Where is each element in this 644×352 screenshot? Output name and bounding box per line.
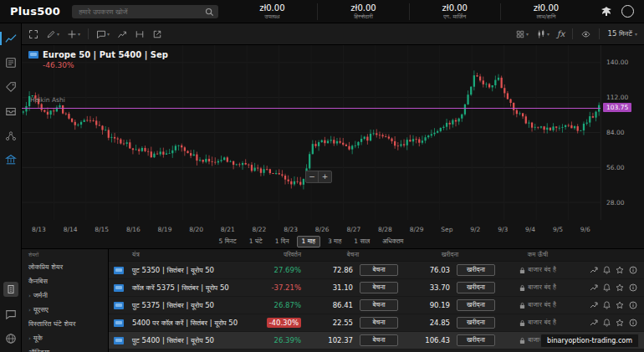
- category-item[interactable]: › जर्मनी: [22, 288, 108, 303]
- bank-icon[interactable]: [4, 153, 18, 166]
- range-button[interactable]: 1 साल: [349, 236, 375, 247]
- range-button[interactable]: 1 घंटे: [244, 236, 268, 247]
- trend-line-icon[interactable]: [117, 29, 127, 39]
- eye-icon[interactable]: [580, 29, 591, 39]
- change-value: 26.87%: [274, 301, 301, 309]
- category-item[interactable]: लोकप्रिय शेयर: [22, 260, 108, 274]
- measure-icon[interactable]: [135, 29, 145, 39]
- category-item[interactable]: ऑस्ट्रिया: [22, 345, 108, 352]
- info-icon[interactable]: [629, 266, 637, 274]
- building-icon[interactable]: [3, 282, 18, 297]
- market-status-label: बाजार बंद है: [528, 266, 556, 274]
- info-icon[interactable]: [629, 319, 637, 327]
- expand-icon[interactable]: [28, 29, 38, 39]
- fx-indicator-icon[interactable]: ƒx: [557, 29, 565, 38]
- info-icon[interactable]: [629, 283, 637, 292]
- star-icon[interactable]: [616, 266, 624, 274]
- sell-button[interactable]: बेचना: [360, 334, 398, 346]
- sell-price: 22.55: [304, 319, 356, 327]
- chart-type-icon[interactable]: ▾: [536, 29, 549, 39]
- time-axis[interactable]: 8/138/148/158/168/198/208/218/228/238/26…: [22, 224, 601, 235]
- table-row[interactable]: 5400 पर कॉल करें | सितंबर | यूरोप 50 -40…: [109, 314, 644, 332]
- account-avatar[interactable]: [621, 5, 634, 18]
- buy-button[interactable]: खरीदना: [457, 317, 495, 329]
- instrument-table: यंत्र परिवर्तन बेचना खरीदना कम ऊँची पुट …: [109, 249, 644, 352]
- buy-button[interactable]: खरीदना: [457, 282, 495, 293]
- alert-bell-icon[interactable]: [603, 319, 611, 327]
- price-axis-label: 112.00: [606, 94, 628, 101]
- globe-icon[interactable]: [4, 332, 18, 345]
- draw-icon[interactable]: ▾: [46, 29, 59, 39]
- star-icon[interactable]: [616, 319, 624, 327]
- line-chart-icon[interactable]: [4, 32, 18, 45]
- buy-button[interactable]: खरीदना: [457, 334, 495, 346]
- range-button[interactable]: 1 माह: [297, 236, 320, 247]
- range-button[interactable]: अधिकतम: [377, 236, 408, 247]
- sell-price: 102.37: [304, 336, 356, 344]
- zoom-in-button[interactable]: +: [319, 171, 331, 182]
- lock-icon: [519, 319, 525, 327]
- chevron-down-icon: ▾: [78, 31, 80, 37]
- chat-icon[interactable]: [4, 308, 18, 321]
- category-item[interactable]: › यूके: [22, 331, 108, 345]
- star-icon[interactable]: [616, 283, 624, 292]
- price-axis-label: 84.00: [606, 129, 624, 136]
- timeframe-selector[interactable]: 15 मिनटें ▾: [607, 29, 637, 38]
- sell-button[interactable]: बेचना: [360, 264, 398, 276]
- alert-bell-icon[interactable]: [603, 283, 611, 292]
- range-button[interactable]: 3 माह: [323, 236, 346, 247]
- indicator-label[interactable]: Heikin Ashi: [30, 96, 65, 104]
- chart-plot[interactable]: Europe 50 | Put 5400 | Sep -46.30% Heiki…: [22, 45, 601, 220]
- alert-bell-icon[interactable]: [603, 266, 611, 274]
- crosshair-icon[interactable]: ▾: [67, 29, 80, 39]
- info-icon[interactable]: [629, 301, 637, 309]
- sell-price: 31.10: [304, 283, 356, 292]
- chart-arrow-icon[interactable]: [590, 301, 598, 309]
- chart-arrow-icon[interactable]: [590, 266, 598, 274]
- table-row[interactable]: पुट 5375 | सितंबर | यूरोप 50 26.87% 86.4…: [109, 297, 644, 314]
- chevron-down-icon: ▾: [635, 31, 637, 37]
- price-axis[interactable]: 103.75 140.00112.0084.0056.0028.00: [601, 45, 644, 220]
- buy-button[interactable]: खरीदना: [457, 264, 495, 276]
- table-row[interactable]: कॉल करें 5375 | सितंबर | यूरोप 50 -37.21…: [109, 279, 644, 297]
- buy-price: 33.70: [401, 283, 453, 292]
- sell-button[interactable]: बेचना: [360, 282, 398, 293]
- category-item[interactable]: विस्तारित घंटे शेयर: [22, 317, 108, 331]
- buy-price: 24.85: [401, 319, 453, 327]
- star-icon[interactable]: [616, 301, 624, 309]
- time-axis-label: 8/22: [252, 226, 266, 233]
- news-icon[interactable]: [4, 56, 18, 69]
- zoom-out-button[interactable]: −: [306, 171, 319, 182]
- instrument-search[interactable]: [72, 5, 218, 18]
- price-axis-label: 140.00: [606, 59, 628, 66]
- sell-button[interactable]: बेचना: [360, 299, 398, 311]
- chevron-right-icon: ›: [28, 335, 31, 342]
- search-input[interactable]: [72, 5, 218, 18]
- watermark: binaryoption-trading.com: [540, 334, 639, 348]
- tag-icon[interactable]: [4, 80, 18, 94]
- stat-label: एग. मार्जिन: [418, 13, 492, 20]
- drawer-icon[interactable]: [4, 105, 18, 118]
- lock-icon: [519, 267, 525, 274]
- category-item[interactable]: › यूएसए: [22, 303, 108, 317]
- time-axis-label: 8/28: [378, 226, 392, 233]
- layout-grid-icon[interactable]: ▾: [515, 29, 529, 39]
- header-sell: बेचना: [304, 251, 401, 259]
- alert-bell-icon[interactable]: [603, 301, 611, 309]
- buy-button[interactable]: खरीदना: [457, 299, 495, 311]
- range-button[interactable]: 5 मिनट: [214, 236, 242, 247]
- category-item[interactable]: कैनबिस: [22, 274, 108, 288]
- network-icon[interactable]: [4, 129, 18, 142]
- time-axis-label: 9/2: [470, 226, 480, 233]
- instrument-icon: [114, 337, 124, 344]
- share-icon[interactable]: [152, 29, 162, 39]
- market-status: बाजार बंद है: [498, 319, 577, 327]
- chart-arrow-icon[interactable]: [590, 283, 598, 292]
- range-button[interactable]: 1 दिन: [270, 236, 294, 247]
- chart-arrow-icon[interactable]: [590, 319, 598, 327]
- market-status: बाजार बंद है: [498, 283, 577, 292]
- sell-button[interactable]: बेचना: [360, 317, 398, 329]
- market-status-label: बाजार बंद है: [528, 319, 556, 327]
- comment-icon[interactable]: ▾: [96, 29, 110, 39]
- table-row[interactable]: पुट 5350 | सितंबर | यूरोप 50 27.69% 72.8…: [109, 262, 644, 279]
